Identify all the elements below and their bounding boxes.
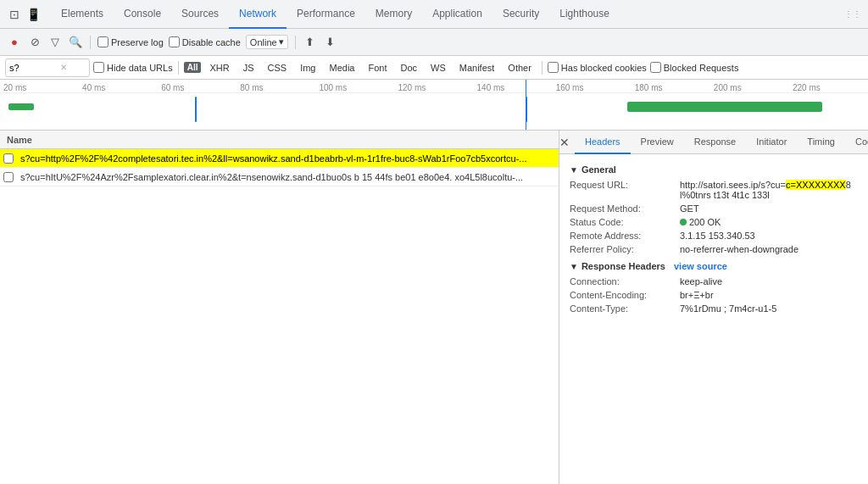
details-tabs: ✕ Headers Preview Response Initiator Tim… <box>559 131 868 154</box>
row-url-2: s?cu=hItU%2F%24Azr%2Fsamplexatori.clear.… <box>17 172 559 182</box>
request-url-value: http://satori.sees.ip/s?cu=c=XXXXXXXX8l%… <box>680 180 858 200</box>
tab-sources[interactable]: Sources <box>171 0 229 29</box>
search-input[interactable] <box>9 63 60 73</box>
tab-timing[interactable]: Timing <box>797 131 845 154</box>
disable-cache-input[interactable] <box>169 36 180 47</box>
devtools-tab-bar: ⊡ 📱 Elements Console Sources Network Per… <box>0 0 868 29</box>
close-details-button[interactable]: ✕ <box>559 136 570 149</box>
import-icon[interactable]: ⬆ <box>303 35 318 50</box>
blocked-requests-input[interactable] <box>650 62 661 73</box>
filter-sep2 <box>542 61 542 75</box>
row-checkbox-1[interactable] <box>0 153 17 164</box>
connection-row: Connection: keep-alive <box>570 276 858 287</box>
request-method-label: Request Method: <box>570 203 680 214</box>
has-blocked-cookies-input[interactable] <box>548 62 559 73</box>
inspect-icon[interactable]: ⊡ <box>7 7 22 22</box>
tab-response[interactable]: Response <box>684 131 747 154</box>
tl-label-5: 120 ms <box>394 83 473 92</box>
general-title: General <box>581 164 616 175</box>
tl-bar-1 <box>195 97 197 122</box>
css-filter-btn[interactable]: CSS <box>263 62 292 74</box>
network-toolbar: ● ⊘ ▽ 🔍 Preserve log Disable cache Onlin… <box>0 29 868 56</box>
more-icon[interactable]: ⋮⋮ <box>844 9 861 19</box>
other-filter-btn[interactable]: Other <box>503 62 537 74</box>
timeline-cursor <box>526 80 526 130</box>
content-type-row: Content-Type: 7%1rDmu ; 7m4cr-u1-5 <box>570 303 858 314</box>
hide-data-urls-input[interactable] <box>93 62 104 73</box>
tl-label-1: 40 ms <box>79 83 158 92</box>
tab-initiator[interactable]: Initiator <box>746 131 797 154</box>
remote-address-row: Remote Address: 3.1.15 153.340.53 <box>570 231 858 241</box>
row-checkbox-2[interactable] <box>0 172 17 182</box>
status-number: 200 <box>689 217 704 227</box>
table-row[interactable]: s?cu=hItU%2F%24Azr%2Fsamplexatori.clear.… <box>0 168 559 186</box>
request-method-row: Request Method: GET <box>570 203 858 214</box>
response-headers-section-title[interactable]: ▼ Response Headers view source <box>570 261 858 271</box>
tab-lighthouse[interactable]: Lighthouse <box>549 0 620 29</box>
url-part1: http://satori.sees.ip/s?cu= <box>680 180 786 190</box>
disable-cache-checkbox[interactable]: Disable cache <box>169 36 241 47</box>
filter-icon[interactable]: ▽ <box>47 35 63 50</box>
details-panel: ✕ Headers Preview Response Initiator Tim… <box>559 131 868 484</box>
tab-cookies[interactable]: Coo <box>845 131 868 154</box>
js-filter-btn[interactable]: JS <box>238 62 259 74</box>
network-rows: s?cu=http%2F%2F%42completesatori.tec.in%… <box>0 149 559 484</box>
preserve-log-checkbox[interactable]: Preserve log <box>97 36 164 47</box>
hide-data-urls-check[interactable]: Hide data URLs <box>93 62 173 73</box>
search-icon[interactable]: 🔍 <box>68 35 83 50</box>
referrer-policy-label: Referrer Policy: <box>570 244 680 254</box>
tab-preview[interactable]: Preview <box>631 131 684 154</box>
status-code-value: 200 OK <box>680 217 721 227</box>
doc-filter-btn[interactable]: Doc <box>395 62 422 74</box>
separator <box>90 36 91 49</box>
content-type-label: Content-Type: <box>570 303 680 314</box>
collapse-icon: ▼ <box>570 165 578 175</box>
request-method-value: GET <box>680 203 699 214</box>
view-source-link[interactable]: view source <box>674 261 727 271</box>
tab-memory[interactable]: Memory <box>365 0 422 29</box>
ws-filter-btn[interactable]: WS <box>426 62 451 74</box>
preserve-log-input[interactable] <box>97 36 108 47</box>
font-filter-btn[interactable]: Font <box>363 62 392 74</box>
filter-sep1 <box>178 61 179 75</box>
checkbox-2[interactable] <box>3 172 14 182</box>
tab-icons: ⊡ 📱 <box>7 7 41 22</box>
tl-label-4: 100 ms <box>315 83 394 92</box>
checkbox-1[interactable] <box>3 153 14 164</box>
referrer-policy-row: Referrer Policy: no-referrer-when-downgr… <box>570 244 858 254</box>
device-icon[interactable]: 📱 <box>25 7 41 22</box>
has-blocked-cookies-check[interactable]: Has blocked cookies <box>548 62 647 73</box>
tab-performance[interactable]: Performance <box>287 0 365 29</box>
all-filter-btn[interactable]: All <box>184 62 202 73</box>
tab-headers[interactable]: Headers <box>575 131 631 154</box>
record-button[interactable]: ● <box>7 35 22 50</box>
search-box[interactable]: ✕ <box>5 58 90 77</box>
general-section-title[interactable]: ▼ General <box>570 164 858 175</box>
tab-network[interactable]: Network <box>229 0 287 29</box>
blocked-requests-check[interactable]: Blocked Requests <box>650 62 739 73</box>
tab-application[interactable]: Application <box>422 0 492 29</box>
tab-elements[interactable]: Elements <box>51 0 114 29</box>
stop-icon[interactable]: ⊘ <box>27 35 42 50</box>
separator2 <box>295 36 296 49</box>
dropdown-arrow: ▾ <box>279 36 284 47</box>
status-dot <box>680 219 687 225</box>
name-column-header: Name <box>0 135 559 145</box>
window-controls: ⋮⋮ <box>844 9 861 19</box>
tl-label-3: 80 ms <box>236 83 315 92</box>
filter-row: ✕ Hide data URLs All XHR JS CSS Img Medi… <box>0 56 868 80</box>
tl-label-0: 20 ms <box>0 83 79 92</box>
tab-security[interactable]: Security <box>492 0 549 29</box>
xhr-filter-btn[interactable]: XHR <box>204 62 234 74</box>
table-row[interactable]: s?cu=http%2F%2F%42completesatori.tec.in%… <box>0 149 559 168</box>
manifest-filter-btn[interactable]: Manifest <box>454 62 500 74</box>
export-icon[interactable]: ⬇ <box>323 35 338 50</box>
img-filter-btn[interactable]: Img <box>295 62 320 74</box>
throttle-select[interactable]: Online ▾ <box>246 35 288 49</box>
tab-console[interactable]: Console <box>114 0 171 29</box>
clear-search-icon[interactable]: ✕ <box>60 63 67 72</box>
status-code-row: Status Code: 200 OK <box>570 217 858 227</box>
media-filter-btn[interactable]: Media <box>324 62 359 74</box>
tl-bar-0 <box>8 103 34 110</box>
content-type-value: 7%1rDmu ; 7m4cr-u1-5 <box>680 303 776 314</box>
